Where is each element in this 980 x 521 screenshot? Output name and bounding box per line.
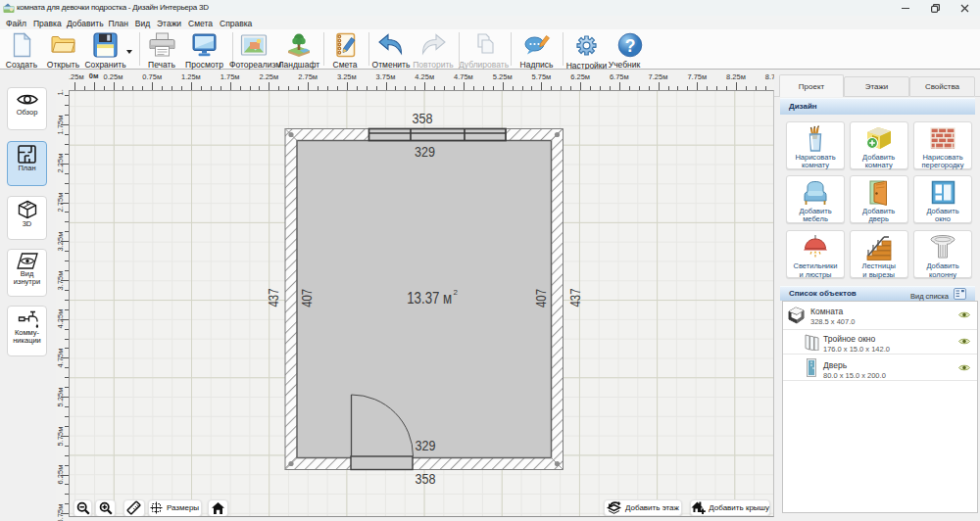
svg-text:437: 437 [266,288,281,307]
svg-text:2: 2 [454,288,459,297]
svg-text:407: 407 [299,289,315,308]
svg-text:358: 358 [413,110,433,126]
svg-text:329: 329 [415,143,435,160]
svg-text:437: 437 [567,288,583,307]
svg-text:?: ? [625,36,636,56]
svg-text:13.37 м: 13.37 м [407,289,452,308]
svg-text:407: 407 [533,289,549,308]
svg-text:329: 329 [416,437,436,453]
svg-text:358: 358 [416,470,436,487]
